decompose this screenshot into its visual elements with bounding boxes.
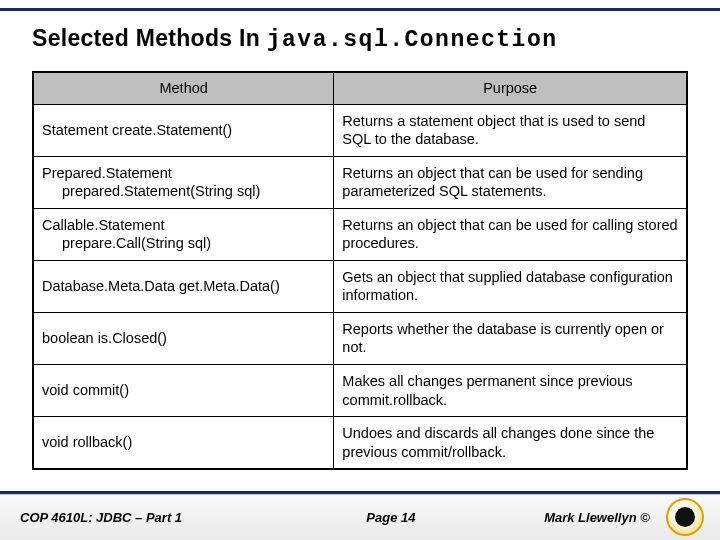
cell-purpose: Gets an object that supplied database co… bbox=[334, 260, 687, 312]
cell-purpose: Makes all changes permanent since previo… bbox=[334, 365, 687, 417]
cell-method: Callable.Statement prepare.Call(String s… bbox=[33, 208, 334, 260]
cell-method: Database.Meta.Data get.Meta.Data() bbox=[33, 260, 334, 312]
cell-purpose: Returns an object that can be used for s… bbox=[334, 156, 687, 208]
methods-table: Method Purpose Statement create.Statemen… bbox=[32, 71, 688, 470]
table-row: Statement create.Statement() Returns a s… bbox=[33, 104, 687, 156]
title-plain: Selected Methods In bbox=[32, 25, 267, 51]
cell-method: void commit() bbox=[33, 365, 334, 417]
footer-center: Page 14 bbox=[288, 510, 494, 525]
table-row: Prepared.Statement prepared.Statement(St… bbox=[33, 156, 687, 208]
method-line1: Database.Meta.Data get.Meta.Data() bbox=[42, 278, 280, 294]
cell-purpose: Returns an object that can be used for c… bbox=[334, 208, 687, 260]
footer: COP 4610L: JDBC – Part 1 Page 14 Mark Ll… bbox=[0, 494, 720, 540]
table-header-row: Method Purpose bbox=[33, 72, 687, 104]
method-line1: Callable.Statement bbox=[42, 217, 165, 233]
table-row: void commit() Makes all changes permanen… bbox=[33, 365, 687, 417]
method-line1: void rollback() bbox=[42, 434, 132, 450]
title-code: java.sql.Connection bbox=[267, 27, 558, 53]
table-row: void rollback() Undoes and discards all … bbox=[33, 417, 687, 470]
method-line1: boolean is.Closed() bbox=[42, 330, 167, 346]
table-row: Database.Meta.Data get.Meta.Data() Gets … bbox=[33, 260, 687, 312]
table-row: Callable.Statement prepare.Call(String s… bbox=[33, 208, 687, 260]
th-method: Method bbox=[33, 72, 334, 104]
cell-purpose: Undoes and discards all changes done sin… bbox=[334, 417, 687, 470]
cell-purpose: Returns a statement object that is used … bbox=[334, 104, 687, 156]
table-row: boolean is.Closed() Reports whether the … bbox=[33, 312, 687, 364]
method-line2: prepare.Call(String sql) bbox=[42, 234, 325, 253]
cell-purpose: Reports whether the database is currentl… bbox=[334, 312, 687, 364]
cell-method: void rollback() bbox=[33, 417, 334, 470]
cell-method: Statement create.Statement() bbox=[33, 104, 334, 156]
cell-method: Prepared.Statement prepared.Statement(St… bbox=[33, 156, 334, 208]
th-purpose: Purpose bbox=[334, 72, 687, 104]
method-line1: void commit() bbox=[42, 382, 129, 398]
method-line1: Prepared.Statement bbox=[42, 165, 172, 181]
slide-title: Selected Methods In java.sql.Connection bbox=[0, 11, 720, 63]
ucf-logo-icon bbox=[666, 498, 704, 536]
method-line2: prepared.Statement(String sql) bbox=[42, 182, 325, 201]
method-line1: Statement create.Statement() bbox=[42, 122, 232, 138]
cell-method: boolean is.Closed() bbox=[33, 312, 334, 364]
footer-left: COP 4610L: JDBC – Part 1 bbox=[20, 510, 288, 525]
